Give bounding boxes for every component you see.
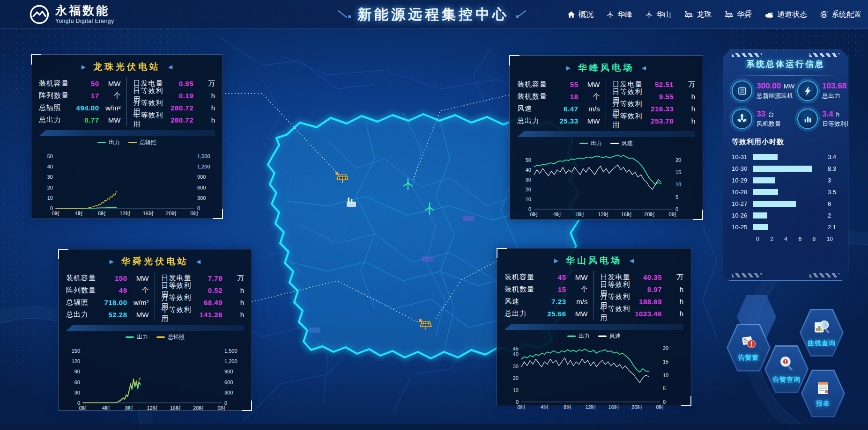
hazard-stripes-icon bbox=[809, 53, 839, 57]
stat-label: 总出力 bbox=[66, 310, 98, 319]
station-stats: 装机容量 55 MW 装机数量 18 个 风速 6.47 m/s 总出力 25.… bbox=[517, 78, 695, 127]
stat-value: 52.51 bbox=[645, 80, 674, 88]
svg-text:8时: 8时 bbox=[125, 405, 133, 411]
logo-subtitle: Yongfu Digital Energy bbox=[55, 18, 114, 24]
wind-turbine-marker[interactable] bbox=[423, 202, 436, 218]
stat-label: 装机容量 bbox=[517, 80, 549, 89]
svg-text:20: 20 bbox=[675, 157, 681, 163]
svg-text:50: 50 bbox=[526, 157, 531, 163]
stat-unit: MW bbox=[566, 273, 588, 281]
curve-query-icon bbox=[812, 318, 831, 338]
svg-text:10: 10 bbox=[663, 372, 668, 378]
stat-value: 15 bbox=[537, 285, 566, 293]
stat-row: 年等效利用 1023.46 h bbox=[601, 307, 684, 320]
stat-row: 阵列数量 17 个 bbox=[39, 89, 121, 102]
nav-item-5[interactable]: 通道状态 bbox=[764, 10, 807, 20]
station-line-chart: 15012090603001,5001,20090060030000时4时8时1… bbox=[66, 341, 242, 411]
stat-value: 150 bbox=[98, 274, 127, 282]
system-stat: 33台风机数量 bbox=[732, 109, 794, 129]
station-title-row: ▶华山风电场◀ bbox=[504, 253, 683, 268]
stat-label: 总出力 bbox=[517, 117, 549, 125]
stat-value: 0.95 bbox=[164, 80, 193, 87]
stat-unit: MW bbox=[99, 116, 121, 124]
station-line-chart: 45403020100201510500时4时8时12时16时20时0时 bbox=[504, 340, 681, 410]
stat-label: 阵列数量 bbox=[39, 91, 70, 100]
bar-date: 10-26 bbox=[732, 212, 753, 219]
solar-station-marker[interactable] bbox=[334, 171, 349, 186]
stat-unit: MW bbox=[579, 117, 600, 125]
svg-text:40: 40 bbox=[526, 167, 531, 173]
svg-text:900: 900 bbox=[197, 174, 206, 180]
nav-item-6[interactable]: 系统配置 bbox=[820, 10, 861, 20]
stat-value: 141.26 bbox=[193, 311, 223, 319]
bar bbox=[753, 166, 812, 172]
bar bbox=[753, 201, 796, 207]
stat-unit: w/m² bbox=[127, 299, 149, 306]
nav-item-3[interactable]: 龙珠 bbox=[684, 10, 712, 20]
stat-value: 6.47 bbox=[549, 105, 579, 113]
solar-station-marker[interactable] bbox=[417, 318, 432, 333]
svg-text:30: 30 bbox=[513, 364, 519, 369]
report-icon bbox=[815, 379, 831, 398]
svg-text:0时: 0时 bbox=[52, 211, 59, 216]
legend-item: 总辐照 bbox=[128, 138, 156, 146]
arrow-right-icon: ▶ bbox=[566, 65, 571, 71]
stat-value: 50 bbox=[70, 80, 99, 87]
stat-unit: h bbox=[193, 104, 215, 112]
svg-text:300: 300 bbox=[224, 390, 233, 395]
stat-unit: h bbox=[662, 285, 683, 293]
stat-row: 装机数量 15 个 bbox=[504, 283, 588, 295]
system-stat-unit: MW bbox=[784, 83, 794, 90]
svg-text:120: 120 bbox=[72, 358, 80, 364]
stat-unit: m/s bbox=[579, 105, 600, 113]
divider bbox=[732, 75, 839, 76]
nav-item-1[interactable]: 华峰 bbox=[606, 10, 632, 20]
nav-item-label: 华山 bbox=[656, 10, 671, 20]
stat-label: 年等效利用 bbox=[162, 306, 194, 323]
stat-label: 装机数量 bbox=[517, 92, 549, 101]
solar-panel-icon bbox=[724, 10, 734, 19]
nav-item-4[interactable]: 华舜 bbox=[724, 10, 752, 20]
stat-value: 1023.46 bbox=[633, 310, 662, 318]
svg-text:40: 40 bbox=[513, 351, 519, 357]
svg-text:8时: 8时 bbox=[576, 211, 584, 217]
bar-date: 10-30 bbox=[732, 165, 753, 172]
stat-row: 总辐照 494.00 w/m² bbox=[39, 102, 121, 114]
stat-value: 17 bbox=[70, 92, 99, 100]
stat-unit: h bbox=[674, 93, 695, 101]
svg-text:15: 15 bbox=[675, 169, 681, 175]
bar-date: 10-31 bbox=[732, 153, 753, 160]
svg-text:4时: 4时 bbox=[102, 405, 110, 411]
series-风速 bbox=[534, 165, 661, 189]
hex-button-label: 报表 bbox=[816, 400, 830, 408]
legend-swatch bbox=[156, 336, 165, 338]
series-出力 bbox=[83, 381, 141, 403]
legend-item: 出力 bbox=[126, 333, 148, 341]
bar-value: 3 bbox=[828, 177, 831, 184]
stat-value: 280.72 bbox=[164, 104, 193, 112]
stat-value: 55 bbox=[549, 80, 579, 88]
bar-date: 10-28 bbox=[732, 189, 753, 196]
total-output-icon bbox=[797, 80, 818, 101]
nav-item-2[interactable]: 华山 bbox=[645, 10, 671, 20]
bar bbox=[753, 189, 778, 195]
stat-unit: h bbox=[223, 299, 244, 306]
svg-text:20: 20 bbox=[513, 375, 519, 381]
hex-button-label: 告警窗 bbox=[738, 354, 759, 362]
wind-turbine-marker[interactable] bbox=[402, 177, 414, 193]
station-title-row: ▶华峰风电场◀ bbox=[517, 60, 695, 75]
stat-label: 装机容量 bbox=[504, 273, 537, 282]
svg-text:16时: 16时 bbox=[143, 211, 154, 216]
legend-item: 总辐照 bbox=[156, 333, 185, 341]
x-tick: 8 bbox=[813, 236, 816, 242]
legend-swatch bbox=[598, 335, 607, 337]
wind-turbine-icon bbox=[606, 10, 614, 19]
nav-item-0[interactable]: 概况 bbox=[567, 10, 594, 20]
x-tick: 6 bbox=[798, 236, 801, 242]
nav-item-label: 系统配置 bbox=[831, 10, 861, 20]
system-config-icon bbox=[820, 10, 828, 19]
factory-marker[interactable] bbox=[345, 196, 358, 210]
stat-unit: w/m² bbox=[99, 104, 121, 112]
svg-text:45: 45 bbox=[513, 346, 519, 351]
bar bbox=[753, 154, 778, 160]
